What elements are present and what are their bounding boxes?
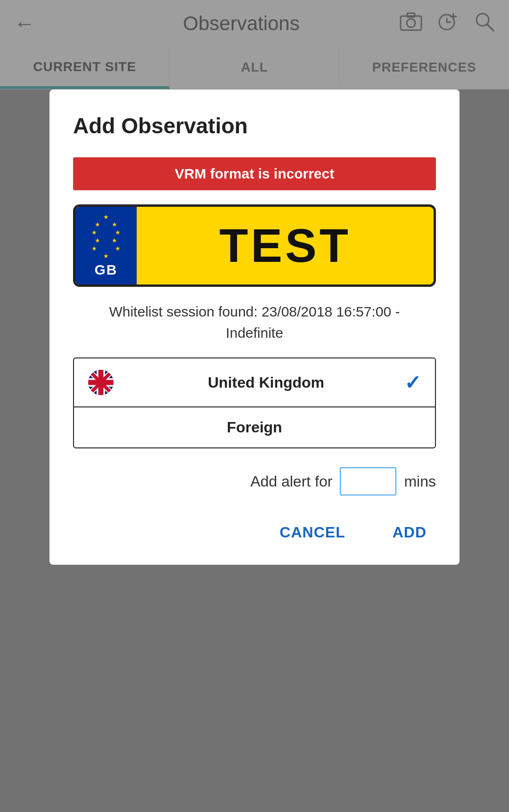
uk-flag (88, 370, 114, 395)
eu-gb-label: GB (95, 262, 118, 278)
add-button[interactable]: ADD (383, 519, 436, 546)
country-uk-label: United Kingdom (128, 374, 404, 391)
modal-overlay: Add Observation VRM format is incorrect … (0, 0, 509, 812)
dialog-actions: CANCEL ADD (73, 519, 436, 546)
alert-section: Add alert for mins (73, 467, 436, 495)
cancel-button[interactable]: CANCEL (270, 519, 354, 546)
alert-label: Add alert for (250, 473, 332, 490)
eu-badge: ★ ★★ ★★ ★★ ★★ ★ GB (75, 207, 137, 284)
add-observation-dialog: Add Observation VRM format is incorrect … (49, 89, 460, 565)
plate-number: TEST (137, 219, 434, 273)
alert-unit: mins (404, 473, 436, 490)
country-selector: United Kingdom ✓ Foreign (73, 357, 436, 448)
license-plate: ★ ★★ ★★ ★★ ★★ ★ GB TEST (73, 204, 436, 287)
country-row-uk[interactable]: United Kingdom ✓ (74, 358, 435, 407)
error-banner: VRM format is incorrect (73, 157, 436, 190)
whitelist-info: Whitelist session found: 23/08/2018 16:5… (73, 301, 436, 343)
dialog-title: Add Observation (73, 113, 436, 138)
uk-selected-check: ✓ (404, 371, 421, 394)
alert-input[interactable] (340, 467, 396, 495)
country-row-foreign[interactable]: Foreign (74, 407, 435, 447)
country-foreign-label: Foreign (88, 419, 421, 436)
